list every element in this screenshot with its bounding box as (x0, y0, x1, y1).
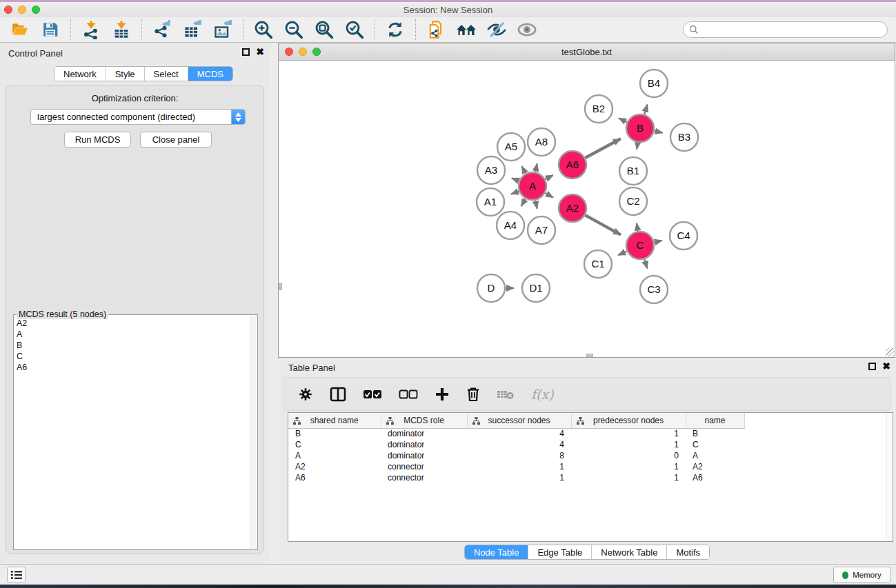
graph-node-label-C1: C1 (591, 258, 604, 270)
clone-network-icon[interactable] (424, 19, 448, 40)
resize-corner-icon[interactable] (886, 348, 894, 356)
hide-panels-icon[interactable] (485, 19, 508, 40)
network-view-window: testGlobe.txt AA1A2A3A4A5A6A7A8BB1B2B3B4… (278, 43, 895, 358)
refresh-icon[interactable] (384, 19, 407, 40)
close-window-button[interactable] (4, 6, 12, 14)
unchecked-columns-icon[interactable] (399, 389, 418, 399)
table-cell: 1 (571, 472, 686, 483)
graph-edge-B-B2 (619, 119, 627, 123)
table-cell: A6 (686, 472, 744, 483)
result-list-item[interactable]: B (14, 340, 250, 351)
split-columns-icon[interactable] (330, 387, 346, 402)
zoom-selected-icon[interactable] (343, 19, 366, 40)
graph-edge-A-A8 (535, 163, 537, 172)
table-row[interactable]: A6connector11A6 (288, 472, 758, 483)
table-cell: A2 (288, 461, 381, 472)
table-toolbar: f(x) (283, 377, 890, 411)
table-scrollbar[interactable] (886, 414, 892, 540)
float-table-panel-icon[interactable] (868, 363, 876, 370)
table-row[interactable]: Adominator80A (288, 450, 758, 461)
float-panel-icon[interactable] (242, 48, 250, 56)
search-input[interactable] (702, 25, 882, 34)
tab-node-table[interactable]: Node Table (465, 545, 529, 559)
zoom-in-icon[interactable] (252, 19, 275, 40)
table-row[interactable]: A2connector11A2 (288, 461, 758, 472)
table-cell: 0 (571, 450, 686, 461)
graph-edge-C-C4 (654, 241, 661, 243)
close-panel-icon[interactable]: ✖ (256, 48, 264, 56)
zoom-fit-icon[interactable] (312, 19, 336, 40)
desktop-strip-bottom (0, 585, 896, 588)
save-session-icon[interactable] (39, 19, 62, 40)
open-session-icon[interactable] (8, 19, 32, 40)
memory-button[interactable]: Memory (833, 567, 890, 583)
table-row[interactable]: Bdominator41B (288, 428, 758, 439)
network-window-titlebar[interactable]: testGlobe.txt (279, 43, 895, 61)
function-builder-icon[interactable]: f(x) (531, 387, 554, 402)
node-table-body: Bdominator41BCdominator41CAdominator80AA… (288, 428, 758, 483)
home-layout-icon[interactable] (455, 19, 478, 40)
zoom-window-button[interactable] (32, 6, 40, 14)
graph-edge-A-A7 (535, 201, 537, 209)
graph-edge-A-A3 (512, 178, 519, 181)
add-column-icon[interactable] (435, 387, 450, 402)
tab-style[interactable]: Style (106, 67, 145, 81)
search-field[interactable] (683, 21, 888, 38)
close-table-panel-icon[interactable]: ✖ (882, 363, 890, 370)
checked-columns-icon[interactable] (363, 389, 382, 399)
column-header-shared-name[interactable]: shared name (288, 413, 381, 428)
mcds-result-list[interactable]: A2ABCA6 (14, 318, 250, 548)
tab-edge-table[interactable]: Edge Table (528, 545, 592, 559)
table-cell: A6 (288, 472, 381, 483)
gear-icon[interactable] (298, 387, 313, 402)
task-history-button[interactable] (7, 567, 26, 583)
graph-node-label-B2: B2 (593, 103, 605, 114)
import-network-icon[interactable] (79, 19, 103, 40)
close-panel-button[interactable]: Close panel (140, 132, 212, 148)
tab-network-table[interactable]: Network Table (592, 545, 667, 559)
export-table-icon[interactable] (181, 19, 204, 40)
graph-edge-A-A1 (511, 191, 519, 194)
splitter-grip-bottom[interactable] (586, 354, 593, 357)
export-image-icon[interactable] (211, 19, 235, 40)
table-cell-empty (744, 472, 758, 483)
network-canvas[interactable]: AA1A2A3A4A5A6A7A8BB1B2B3B4CC1C2C3C4DD1 (279, 61, 895, 357)
column-header-predecessor-nodes[interactable]: predecessor nodes (571, 413, 686, 428)
show-panels-icon[interactable] (515, 19, 539, 40)
main-toolbar (0, 17, 896, 43)
network-close-button[interactable] (285, 48, 293, 56)
splitter-grip-left[interactable] (279, 283, 282, 290)
control-panel: Control Panel ✖ Network Style Select MCD… (0, 43, 270, 564)
zoom-out-icon[interactable] (282, 19, 306, 40)
column-header-successor-nodes[interactable]: successor nodes (467, 413, 571, 428)
mcds-panel: Optimization criterion: largest connecte… (6, 85, 264, 554)
minimize-window-button[interactable] (18, 6, 26, 14)
result-list-item[interactable]: A2 (14, 318, 250, 329)
column-header-MCDS-role[interactable]: MCDS role (381, 413, 467, 428)
tab-motifs[interactable]: Motifs (667, 545, 709, 559)
network-minimize-button[interactable] (299, 48, 307, 56)
run-mcds-button[interactable]: Run MCDS (64, 132, 131, 148)
delete-column-icon[interactable] (466, 387, 480, 402)
result-list-item[interactable]: A6 (14, 362, 250, 373)
network-zoom-button[interactable] (312, 48, 321, 56)
tab-mcds[interactable]: MCDS (188, 67, 232, 81)
mcds-result-box: MCDS result (5 nodes) A2ABCA6 (13, 314, 258, 550)
table-cell: connector (381, 461, 467, 472)
window-title: Session: New Session (404, 5, 492, 15)
result-list-item[interactable]: C (14, 351, 250, 362)
export-network-icon[interactable] (150, 19, 174, 40)
criterion-dropdown[interactable]: largest connected component (directed) (30, 109, 246, 125)
table-cell-empty (744, 450, 758, 461)
graph-node-label-C2: C2 (626, 195, 639, 207)
tab-select[interactable]: Select (145, 67, 188, 81)
table-row[interactable]: Cdominator41C (288, 439, 758, 450)
tab-network[interactable]: Network (54, 67, 106, 81)
import-table-icon[interactable] (110, 19, 133, 40)
column-header-name[interactable]: name (686, 413, 744, 428)
graph-node-label-A6: A6 (566, 159, 579, 170)
result-scrollbar[interactable] (250, 316, 257, 549)
table-cell: 1 (467, 472, 571, 483)
delete-table-icon[interactable] (497, 388, 515, 401)
result-list-item[interactable]: A (14, 329, 250, 340)
